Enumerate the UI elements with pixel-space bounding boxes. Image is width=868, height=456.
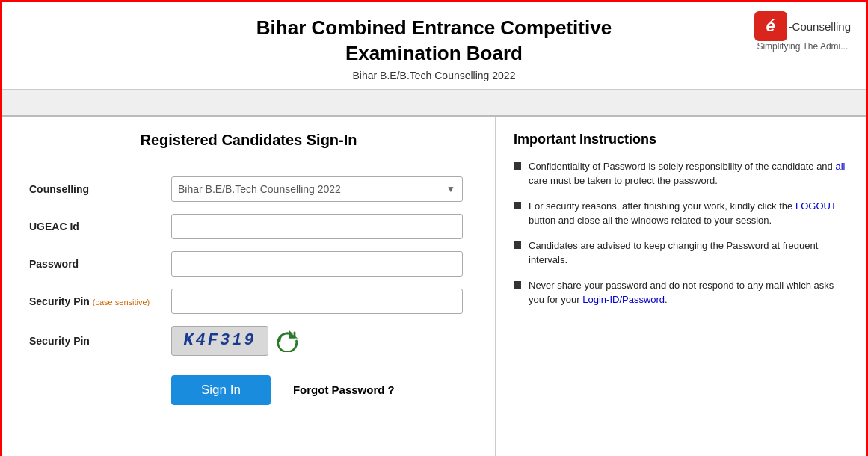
instruction-item-3: Candidates are advised to keep changing …	[514, 238, 848, 268]
counselling-label: Counselling	[25, 170, 167, 208]
case-sensitive-note: (case sensitive)	[93, 298, 150, 306]
logo-text: -Counselling	[789, 20, 851, 33]
gray-banner	[2, 90, 866, 117]
refresh-captcha-button[interactable]	[276, 330, 298, 352]
forgot-password-link[interactable]: Forgot Password ?	[293, 383, 395, 396]
password-label: Password	[25, 245, 167, 283]
page-subtitle: Bihar B.E/B.Tech Counselling 2022	[256, 70, 612, 81]
instruction-text-1: Confidentiality of Password is solely re…	[529, 159, 848, 188]
form-actions: Sign In Forgot Password ?	[25, 362, 473, 411]
counselling-row: Counselling Bihar B.E/B.Tech Counselling…	[25, 170, 473, 208]
captcha-wrapper: K4F319	[171, 326, 468, 356]
security-pin-captcha-row: Security Pin K4F319	[25, 320, 473, 362]
security-pin-input-label: Security Pin (case sensitive)	[25, 283, 167, 320]
right-panel: Important Instructions Confidentiality o…	[496, 117, 866, 456]
counselling-cell: Bihar B.E/B.Tech Counselling 2022 ▼	[167, 170, 473, 208]
instruction-item-4: Never share your password and do not res…	[514, 278, 848, 307]
instruction-text-2: For security reasons, after finishing yo…	[529, 199, 848, 228]
left-panel-title: Registered Candidates Sign-In	[25, 132, 473, 158]
counselling-select[interactable]: Bihar B.E/B.Tech Counselling 2022	[171, 176, 463, 202]
page-title: Bihar Combined Entrance Competitive Exam…	[256, 16, 612, 67]
logo-icon: é	[754, 11, 787, 41]
sign-in-button[interactable]: Sign In	[171, 375, 271, 405]
captcha-image: K4F319	[171, 326, 268, 356]
left-panel: Registered Candidates Sign-In Counsellin…	[2, 117, 496, 456]
counselling-dropdown-wrapper: Bihar B.E/B.Tech Counselling 2022 ▼	[171, 176, 463, 202]
ugeac-input[interactable]	[171, 214, 463, 239]
bullet-icon-4	[514, 281, 521, 289]
instruction-item-1: Confidentiality of Password is solely re…	[514, 159, 848, 188]
refresh-icon	[276, 330, 298, 352]
instruction-text-3: Candidates are advised to keep changing …	[529, 238, 848, 268]
page-header: Bihar Combined Entrance Competitive Exam…	[2, 2, 866, 90]
logo-tagline: Simplifying The Admi...	[757, 41, 848, 52]
main-content: Registered Candidates Sign-In Counsellin…	[2, 117, 866, 456]
instruction-item-2: For security reasons, after finishing yo…	[514, 199, 848, 228]
password-cell	[167, 245, 473, 283]
bullet-icon-2	[514, 202, 521, 209]
security-pin-input-row: Security Pin (case sensitive)	[25, 283, 473, 320]
password-row: Password	[25, 245, 473, 283]
bullet-icon-3	[514, 241, 521, 249]
header-text: Bihar Combined Entrance Competitive Exam…	[256, 16, 612, 81]
ugeac-row: UGEAC Id	[25, 208, 473, 245]
security-pin-input-cell	[167, 283, 473, 320]
right-panel-title: Important Instructions	[514, 132, 848, 147]
sign-in-form: Counselling Bihar B.E/B.Tech Counselling…	[25, 170, 473, 362]
security-pin-input[interactable]	[171, 289, 463, 314]
instruction-text-4: Never share your password and do not res…	[529, 278, 848, 307]
security-pin-captcha-label: Security Pin	[25, 320, 167, 362]
instructions-list: Confidentiality of Password is solely re…	[514, 159, 848, 307]
security-pin-captcha-cell: K4F319	[167, 320, 473, 362]
logo-box: é -Counselling Simplifying The Admi...	[754, 11, 851, 52]
ugeac-label: UGEAC Id	[25, 208, 167, 245]
ugeac-cell	[167, 208, 473, 245]
bullet-icon-1	[514, 162, 521, 170]
password-input[interactable]	[171, 251, 463, 277]
